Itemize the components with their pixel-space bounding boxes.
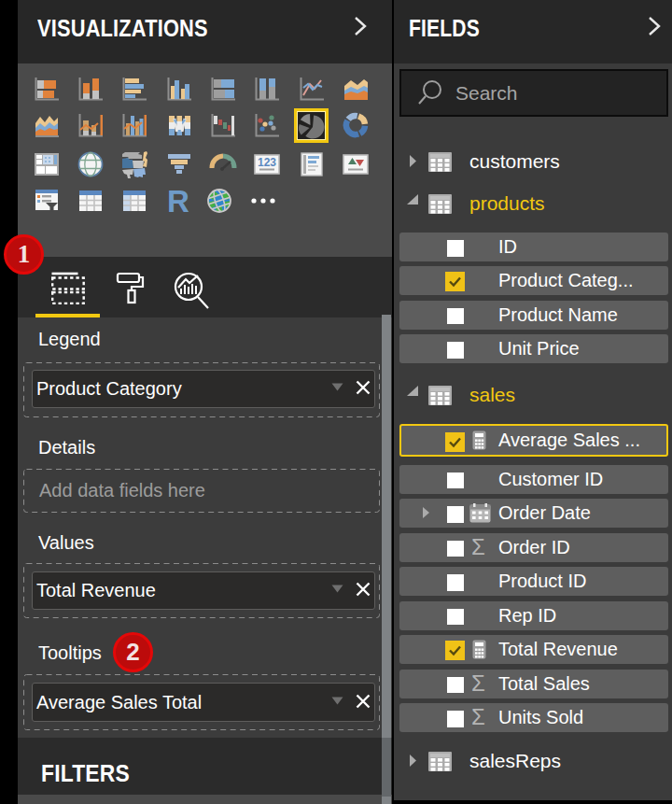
svg-text:R: R xyxy=(167,187,189,215)
svg-text:123: 123 xyxy=(258,156,276,169)
